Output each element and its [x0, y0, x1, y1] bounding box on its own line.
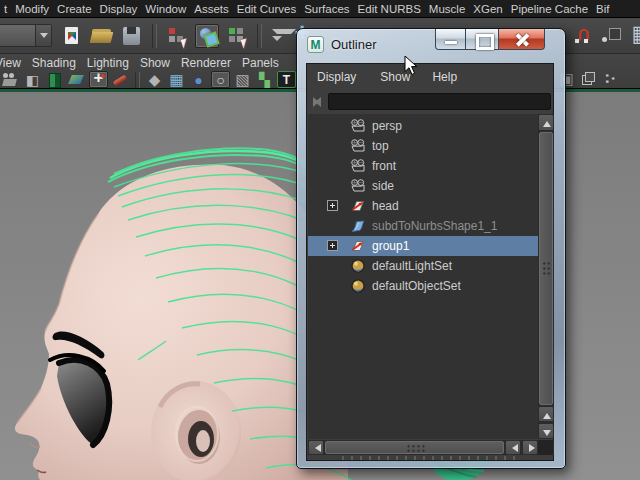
smooth-shade-icon[interactable]	[145, 71, 164, 88]
outliner-menu-item-display[interactable]: Display	[317, 70, 356, 84]
camera-icon	[350, 138, 366, 154]
menu-item-display[interactable]: Display	[96, 3, 142, 15]
texture-view-icon[interactable]	[277, 71, 296, 88]
menu-item-surfaces[interactable]: Surfaces	[300, 3, 353, 15]
scroll-left-button-2[interactable]	[505, 440, 521, 455]
chevron-down-icon[interactable]	[35, 25, 51, 46]
outliner-row-side[interactable]: side	[308, 176, 538, 196]
main-menubar: tModifyCreateDisplayWindowAssetsEdit Cur…	[0, 0, 640, 18]
vertical-scrollbar[interactable]	[538, 114, 554, 439]
outliner-row-group1[interactable]: group1	[308, 236, 538, 256]
select-by-object-icon[interactable]	[195, 24, 219, 48]
expand-toggle[interactable]	[327, 240, 338, 251]
menu-set-dropdown[interactable]	[0, 24, 52, 47]
scroll-left-button[interactable]	[308, 440, 324, 455]
expand-toggle[interactable]	[327, 200, 338, 211]
panel-menu-item-show[interactable]: Show	[140, 56, 181, 70]
camera-settings-icon[interactable]	[23, 71, 42, 88]
camera-icon[interactable]	[1, 71, 20, 88]
camera-icon	[350, 158, 366, 174]
horizontal-scroll-thumb[interactable]	[325, 441, 504, 454]
outliner-row-subdtonurbsshape1-1[interactable]: subdToNurbsShape1_1	[308, 216, 538, 236]
share-icon[interactable]	[601, 70, 620, 87]
rgb-channels-icon[interactable]	[255, 71, 274, 88]
maya-application: tModifyCreateDisplayWindowAssetsEdit Cur…	[0, 0, 640, 480]
menu-item-edit-curves[interactable]: Edit Curves	[233, 3, 300, 15]
outliner-row-defaultobjectset[interactable]: defaultObjectSet	[308, 276, 538, 296]
panel-menu-item-renderer[interactable]: Renderer	[181, 56, 242, 70]
scroll-right-button[interactable]	[522, 440, 538, 455]
outliner-row-head[interactable]: head	[308, 196, 538, 216]
menu-item-pipeline-cache[interactable]: Pipeline Cache	[507, 3, 592, 15]
separator-handle	[152, 24, 157, 48]
outliner-row-defaultlightset[interactable]: defaultLightSet	[308, 256, 538, 276]
set-icon	[350, 278, 366, 294]
menu-item-edit-nurbs[interactable]: Edit NURBS	[354, 3, 425, 15]
outliner-window[interactable]: Outliner DisplayShowHelp persp top	[296, 28, 566, 469]
separator-handle	[135, 72, 140, 88]
maya-logo-icon	[307, 36, 324, 53]
menu-item-assets[interactable]: Assets	[190, 3, 233, 15]
transform-icon	[350, 238, 366, 254]
status-line-icons-right	[570, 23, 640, 49]
open-scene-icon[interactable]	[90, 24, 114, 48]
menu-item-t[interactable]: t	[0, 3, 11, 15]
scroll-up-button-2[interactable]	[538, 406, 554, 422]
new-scene-icon[interactable]	[60, 24, 84, 48]
node-label: top	[372, 139, 389, 153]
layers-icon[interactable]	[579, 70, 598, 87]
set-icon	[350, 258, 366, 274]
panel-menu-item-view[interactable]: View	[0, 56, 32, 70]
window-controls	[435, 29, 545, 50]
move-tool-icon[interactable]	[89, 71, 108, 88]
minimize-button[interactable]	[435, 29, 466, 50]
scroll-down-button[interactable]	[538, 423, 554, 439]
node-label: group1	[372, 239, 409, 253]
resolution-gate-icon[interactable]	[189, 71, 208, 88]
node-label: defaultLightSet	[372, 259, 452, 273]
panel-toolbar-icons-right	[557, 69, 620, 88]
window-titlebar[interactable]: Outliner	[307, 36, 377, 53]
close-button[interactable]	[498, 29, 545, 50]
select-hierarchy-icon[interactable]	[165, 24, 189, 48]
menu-item-bif[interactable]: Bif	[592, 3, 613, 15]
outliner-row-persp[interactable]: persp	[308, 116, 538, 136]
pencil-icon[interactable]	[111, 71, 130, 88]
node-label: front	[372, 159, 396, 173]
panel-menu-item-shading[interactable]: Shading	[32, 56, 87, 70]
save-scene-icon[interactable]	[120, 24, 144, 48]
select-component-icon[interactable]	[225, 24, 249, 48]
collapse-chevrons-icon[interactable]	[270, 24, 284, 48]
vertical-scroll-thumb[interactable]	[539, 132, 553, 405]
outliner-row-top[interactable]: top	[308, 136, 538, 156]
outliner-client-area: DisplayShowHelp persp top front	[306, 63, 554, 461]
image-plane-icon[interactable]	[67, 71, 86, 88]
panel-toolbar-icons-left	[1, 71, 330, 88]
snap-point-icon[interactable]	[599, 24, 623, 48]
menu-item-create[interactable]: Create	[53, 3, 96, 15]
nurbs-icon	[350, 218, 366, 234]
menu-item-modify[interactable]: Modify	[11, 3, 53, 15]
scroll-up-button[interactable]	[538, 114, 554, 131]
filter-icon[interactable]	[308, 93, 326, 110]
spreadsheet-icon[interactable]	[628, 24, 640, 48]
field-chart-icon[interactable]	[233, 71, 252, 88]
maximize-button[interactable]	[466, 29, 498, 50]
camera-icon	[350, 118, 366, 134]
outliner-menubar: DisplayShowHelp	[307, 64, 553, 90]
bookmark-icon[interactable]	[45, 71, 64, 88]
menu-item-xgen[interactable]: XGen	[469, 3, 506, 15]
menu-item-window[interactable]: Window	[141, 3, 190, 15]
outliner-menu-item-help[interactable]: Help	[432, 70, 457, 84]
resize-grip[interactable]	[342, 456, 522, 460]
film-gate-icon[interactable]	[167, 71, 186, 88]
ear	[151, 381, 241, 480]
outliner-row-front[interactable]: front	[308, 156, 538, 176]
outliner-search-input[interactable]	[328, 93, 551, 110]
snap-magnet-icon[interactable]	[570, 24, 594, 48]
panel-menu-item-panels[interactable]: Panels	[242, 56, 290, 70]
node-label: side	[372, 179, 394, 193]
gate-mask-icon[interactable]	[211, 71, 230, 88]
horizontal-scrollbar[interactable]	[308, 440, 554, 455]
menu-item-muscle[interactable]: Muscle	[425, 3, 469, 15]
